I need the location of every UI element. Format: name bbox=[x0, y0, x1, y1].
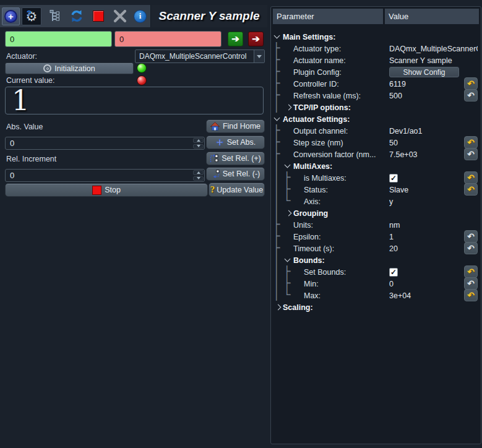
checkbox[interactable]: ✓ bbox=[389, 174, 398, 183]
settings-button[interactable]: ⚙ ? bbox=[22, 7, 41, 25]
param-label: Status: bbox=[304, 186, 328, 194]
header-value[interactable]: Value bbox=[385, 9, 479, 24]
param-tree-row[interactable]: ├ Plugin Config: Show Config bbox=[273, 66, 479, 78]
undo-button[interactable]: ↶ bbox=[464, 183, 478, 196]
param-tree-row[interactable]: │├ Min: 0 ↶ bbox=[273, 278, 479, 290]
rel-increment-spinbox[interactable] bbox=[5, 169, 205, 182]
param-value[interactable]: 20 bbox=[389, 244, 398, 253]
combo-dropdown-button[interactable] bbox=[254, 50, 264, 62]
set-rel-minus-button[interactable]: Set Rel. (-) bbox=[206, 167, 265, 181]
update-value-button[interactable]: ? Update Value bbox=[209, 183, 265, 197]
param-tree-row[interactable]: ├ Step size (nm) 50 ↶ bbox=[273, 137, 479, 149]
undo-button[interactable]: ↶ bbox=[464, 230, 478, 243]
checkbox[interactable]: ✓ bbox=[389, 268, 398, 277]
param-value[interactable]: DAQmx_MultipleScannerControl bbox=[389, 45, 478, 53]
param-tree-row[interactable]: │├ Set Bounds: ✓ ↶ bbox=[273, 266, 479, 278]
set-rel-plus-button[interactable]: Set Rel. (+) bbox=[206, 152, 265, 165]
param-value[interactable]: 0 bbox=[389, 280, 394, 288]
show-config-button[interactable]: Show Config bbox=[389, 67, 459, 77]
undo-button[interactable]: ↶ bbox=[464, 277, 478, 290]
initialization-button[interactable]: Initialization bbox=[5, 62, 134, 74]
param-tree-row[interactable]: ├ Units: nm bbox=[273, 219, 479, 231]
abs-position-red-input[interactable] bbox=[115, 32, 222, 46]
abs-position-red-spinbox[interactable] bbox=[114, 31, 222, 47]
param-tree-row[interactable]: ├ Output channel: Dev1/ao1 bbox=[273, 125, 479, 137]
param-tree-row[interactable]: │ MultiAxes: bbox=[273, 160, 479, 172]
abs-value-input[interactable] bbox=[6, 137, 192, 149]
set-abs-button[interactable]: Set Abs. bbox=[206, 136, 265, 149]
param-value-cell bbox=[389, 254, 478, 266]
info-button[interactable]: i bbox=[131, 7, 149, 25]
header-parameter[interactable]: Parameter bbox=[273, 9, 383, 24]
stop-button[interactable]: Stop bbox=[5, 183, 208, 197]
refresh-button[interactable] bbox=[67, 7, 85, 25]
undo-button[interactable]: ↶ bbox=[464, 136, 478, 149]
param-tree-row[interactable]: Main Settings: bbox=[273, 31, 479, 43]
param-tree-row[interactable]: Actuator Settings: bbox=[273, 113, 479, 125]
undo-button[interactable]: ↶ bbox=[464, 289, 478, 301]
add-actuator-button[interactable]: + bbox=[2, 7, 20, 25]
expand-arrow-icon[interactable] bbox=[286, 105, 292, 111]
abs-value-spinbox[interactable] bbox=[5, 137, 205, 150]
go-abs-red-button[interactable]: ➔ bbox=[248, 32, 264, 46]
param-tree-row[interactable]: ├ Epsilon: 1 ↶ bbox=[273, 231, 479, 243]
rel-increment-input[interactable] bbox=[6, 170, 192, 181]
param-tree-row[interactable]: │ Grouping bbox=[273, 207, 479, 219]
show-tree-button[interactable] bbox=[46, 7, 64, 25]
spin-down-button[interactable] bbox=[193, 144, 204, 149]
undo-button[interactable]: ↶ bbox=[464, 148, 478, 160]
abs-position-green-spinbox[interactable] bbox=[5, 31, 112, 47]
param-value[interactable]: Scanner Y sample bbox=[389, 56, 452, 65]
param-value[interactable]: Dev1/ao1 bbox=[389, 127, 423, 136]
arrow-right-icon: ➔ bbox=[231, 33, 239, 45]
param-tree-row[interactable]: │ Bounds: bbox=[273, 254, 479, 266]
param-value[interactable]: nm bbox=[389, 221, 400, 230]
actuator-type-combobox[interactable]: DAQmx_MultipleScannerControl bbox=[135, 50, 265, 63]
param-tree-row[interactable]: ├ Actuator name: Scanner Y sample bbox=[273, 54, 479, 66]
param-tree-row[interactable]: ├ Timeout (s): 20 ↶ bbox=[273, 243, 479, 254]
param-value[interactable]: 6119 bbox=[389, 80, 406, 88]
expand-arrow-icon[interactable] bbox=[275, 304, 282, 311]
arrow-cell bbox=[294, 278, 304, 290]
param-tree-row[interactable]: ├ Actuator type: DAQmx_MultipleScannerCo… bbox=[273, 43, 479, 54]
go-abs-green-button[interactable]: ➔ bbox=[228, 32, 243, 46]
param-value[interactable]: 3e+04 bbox=[389, 291, 411, 300]
param-tree-row[interactable]: Scaling: bbox=[273, 301, 479, 313]
param-value[interactable]: 50 bbox=[389, 139, 398, 147]
collapse-arrow-icon[interactable] bbox=[285, 256, 291, 262]
collapse-arrow-icon[interactable] bbox=[274, 115, 280, 121]
param-tree-row[interactable]: ├ Conversion factor (nm... 7.5e+03 ↶ bbox=[273, 149, 479, 160]
undo-button[interactable]: ↶ bbox=[464, 242, 478, 254]
spin-down-button[interactable] bbox=[193, 176, 204, 181]
param-value[interactable]: y bbox=[389, 197, 393, 206]
arrow-cell bbox=[294, 196, 304, 207]
stop-motion-button[interactable] bbox=[89, 7, 107, 25]
find-home-button[interactable]: Find Home bbox=[206, 119, 265, 133]
undo-button[interactable]: ↶ bbox=[464, 89, 478, 101]
collapse-arrow-icon[interactable] bbox=[285, 162, 291, 168]
undo-button[interactable]: ↶ bbox=[464, 265, 478, 278]
param-tree-row[interactable]: │├ Status: Slave ↶ bbox=[273, 184, 479, 196]
param-value[interactable]: 7.5e+03 bbox=[389, 150, 418, 159]
param-tree-row[interactable]: ├ Controller ID: 6119 ↶ bbox=[273, 78, 479, 90]
param-tree-row[interactable]: ├ Refresh value (ms): 500 ↶ bbox=[273, 90, 479, 101]
collapse-arrow-icon[interactable] bbox=[274, 33, 280, 39]
param-tree-row[interactable]: │└ Axis: y bbox=[273, 196, 479, 207]
expand-arrow-icon[interactable] bbox=[286, 210, 292, 217]
param-value[interactable]: Slave bbox=[389, 186, 408, 194]
param-value-cell: DAQmx_MultipleScannerControl bbox=[389, 43, 478, 54]
quit-button[interactable] bbox=[111, 7, 129, 25]
param-tree-row[interactable]: │ TCP/IP options: bbox=[273, 101, 479, 113]
undo-button[interactable]: ↶ bbox=[464, 77, 478, 90]
tree-guide-line: ├ bbox=[273, 89, 283, 101]
param-tree-row[interactable]: │├ is Multiaxes: ✓ ↶ bbox=[273, 172, 479, 184]
find-home-label: Find Home bbox=[223, 122, 260, 131]
undo-button[interactable]: ↶ bbox=[464, 171, 478, 184]
param-label: Plugin Config: bbox=[293, 68, 342, 77]
param-value[interactable]: 500 bbox=[389, 92, 402, 100]
abs-position-green-input[interactable] bbox=[6, 32, 112, 46]
param-tree-row[interactable]: │└ Max: 3e+04 ↶ bbox=[273, 290, 479, 301]
spin-up-button[interactable] bbox=[193, 170, 204, 175]
spin-up-button[interactable] bbox=[193, 138, 204, 143]
param-value[interactable]: 1 bbox=[389, 233, 394, 241]
